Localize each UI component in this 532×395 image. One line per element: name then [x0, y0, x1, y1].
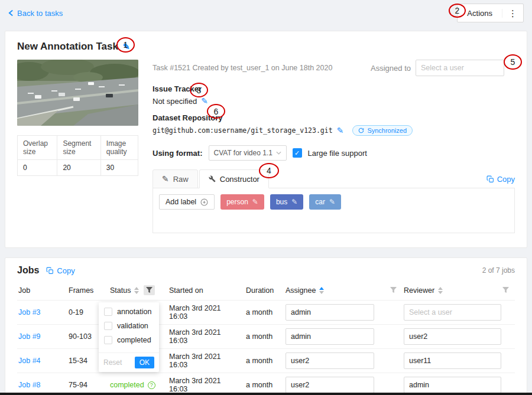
- more-vertical-icon[interactable]: ⋮: [502, 9, 523, 18]
- copy-labels-label: Copy: [497, 175, 515, 184]
- using-format-label: Using format:: [153, 149, 203, 158]
- label-chip-name: bus: [276, 198, 287, 206]
- raw-tab-icon: ✎: [162, 174, 169, 184]
- jobs-table-header: Job Frames Status Started on Duration As…: [17, 280, 515, 301]
- col-assignee: Assignee: [286, 286, 316, 295]
- copy-icon: [486, 175, 494, 183]
- actions-button[interactable]: Actions ⋮: [457, 4, 524, 22]
- assignee-filter-icon[interactable]: [390, 287, 397, 293]
- add-label-text: Add label: [166, 198, 196, 206]
- assignee-sorter[interactable]: [319, 287, 324, 294]
- back-label: Back to tasks: [17, 9, 63, 18]
- status-filter-icon[interactable]: [144, 285, 155, 295]
- job-frames: 0-19: [69, 308, 83, 316]
- filter-option-completed[interactable]: completed: [104, 336, 154, 344]
- edit-issue-tracker-icon[interactable]: ✎: [201, 96, 208, 106]
- label-chip-car[interactable]: car ✎: [309, 194, 341, 210]
- task-meta: Task #1521 Created by test_user_1 on Jun…: [153, 64, 332, 72]
- format-selected-value: CVAT for video 1.1: [214, 149, 273, 157]
- jobs-table: Job Frames Status Started on Duration As…: [17, 280, 515, 395]
- tab-raw[interactable]: ✎ Raw: [153, 169, 198, 188]
- copy-labels-button[interactable]: Copy: [486, 175, 515, 188]
- job-duration: a month: [246, 332, 273, 341]
- task-parameters-table: Overlap size Segment size Image quality …: [17, 135, 138, 176]
- chevron-left-icon: [8, 9, 14, 17]
- job-assignee-input[interactable]: [286, 304, 374, 321]
- large-file-support-checkbox[interactable]: ✓: [293, 148, 302, 158]
- reviewer-filter-icon[interactable]: [502, 287, 509, 293]
- job-reviewer-input[interactable]: [404, 328, 501, 345]
- screen-bottom-edge: [0, 393, 532, 395]
- status-filter-dropdown: annotation validation completed Reset OK: [99, 302, 159, 372]
- job-frames: 15-34: [69, 357, 87, 365]
- job-assignee-input[interactable]: [286, 328, 374, 345]
- labels-constructor-area: Add label person ✎ bus ✎ car ✎: [153, 188, 515, 233]
- job-started: March 3rd 2021 16:03: [169, 328, 221, 345]
- constructor-tab-label: Constructor: [220, 175, 259, 184]
- sync-status-badge: Synchronized: [352, 125, 413, 136]
- task-details-card: New Annotation Task ✎: [5, 31, 527, 248]
- job-reviewer-input[interactable]: [404, 377, 501, 393]
- param-header: Segment size: [57, 136, 100, 160]
- add-label-button[interactable]: Add label: [159, 194, 215, 210]
- copy-icon: [46, 267, 54, 275]
- task-left-column: Overlap size Segment size Image quality …: [17, 60, 138, 233]
- table-row: Job #3 0-19 March 3rd 2021 16:03 a month: [17, 301, 515, 325]
- assignee-select-input[interactable]: [416, 60, 504, 76]
- edit-label-icon[interactable]: ✎: [291, 198, 297, 206]
- sync-badge-label: Synchronized: [367, 127, 407, 134]
- job-assignee-input[interactable]: [286, 377, 374, 393]
- job-duration: a month: [246, 357, 273, 365]
- edit-title-icon[interactable]: ✎: [123, 42, 130, 51]
- labels-tabs-bar: ✎ Raw Constructor Copy: [153, 169, 515, 188]
- job-started: March 3rd 2021 16:03: [169, 377, 221, 393]
- job-link[interactable]: Job #8: [18, 381, 41, 389]
- task-title-row: New Annotation Task ✎: [17, 41, 515, 53]
- job-link[interactable]: Job #3: [18, 308, 41, 316]
- dataset-repository-url: git@github.com:username/git_storage_v123…: [153, 126, 333, 135]
- job-started: March 3rd 2021 16:03: [169, 352, 221, 369]
- label-chip-bus[interactable]: bus ✎: [270, 194, 303, 210]
- format-select[interactable]: CVAT for video 1.1: [209, 145, 287, 161]
- reviewer-sorter[interactable]: [438, 287, 443, 294]
- edit-label-icon[interactable]: ✎: [329, 198, 335, 206]
- filter-reset-button[interactable]: Reset: [103, 358, 122, 367]
- checkbox-completed[interactable]: [104, 336, 112, 344]
- jobs-count: 2 of 7 jobs: [482, 266, 515, 275]
- label-chip-name: car: [315, 198, 325, 206]
- filter-option-label: completed: [117, 336, 151, 344]
- job-link[interactable]: Job #9: [18, 332, 41, 341]
- filter-option-annotation[interactable]: annotation: [104, 308, 154, 316]
- checkbox-validation[interactable]: [104, 322, 112, 330]
- checkbox-annotation[interactable]: [104, 308, 112, 316]
- assigned-to-label: Assigned to: [371, 64, 411, 73]
- jobs-title: Jobs: [17, 265, 39, 276]
- copy-jobs-button[interactable]: Copy: [46, 266, 74, 275]
- job-frames: 90-103: [69, 332, 92, 341]
- param-value: 0: [18, 160, 57, 176]
- back-to-tasks-link[interactable]: Back to tasks: [8, 9, 63, 18]
- filter-option-label: validation: [117, 322, 148, 330]
- dataset-repository-label: Dataset Repository: [153, 113, 515, 122]
- col-duration: Duration: [246, 286, 274, 295]
- status-help-icon: ?: [148, 381, 155, 389]
- edit-repository-icon[interactable]: ✎: [337, 126, 344, 135]
- page-title: New Annotation Task: [17, 41, 118, 53]
- filter-option-validation[interactable]: validation: [104, 322, 154, 330]
- job-reviewer-input[interactable]: [404, 352, 501, 369]
- job-assignee-input[interactable]: [286, 352, 374, 369]
- job-reviewer-input[interactable]: [404, 304, 501, 321]
- label-chip-person[interactable]: person ✎: [220, 194, 264, 210]
- tab-constructor[interactable]: Constructor: [199, 169, 269, 188]
- table-row: Job #9 90-103 March 3rd 2021 16:03 a mon…: [17, 325, 515, 349]
- chevron-down-icon: [276, 151, 281, 155]
- filter-ok-button[interactable]: OK: [135, 357, 154, 368]
- job-duration: a month: [246, 308, 273, 316]
- job-frames: 75-94: [69, 381, 87, 389]
- job-link[interactable]: Job #4: [18, 357, 41, 365]
- edit-label-icon[interactable]: ✎: [252, 198, 258, 206]
- col-reviewer: Reviewer: [404, 286, 434, 295]
- param-header: Overlap size: [18, 136, 57, 160]
- col-status: Status: [110, 286, 131, 295]
- status-sorter[interactable]: [134, 287, 139, 294]
